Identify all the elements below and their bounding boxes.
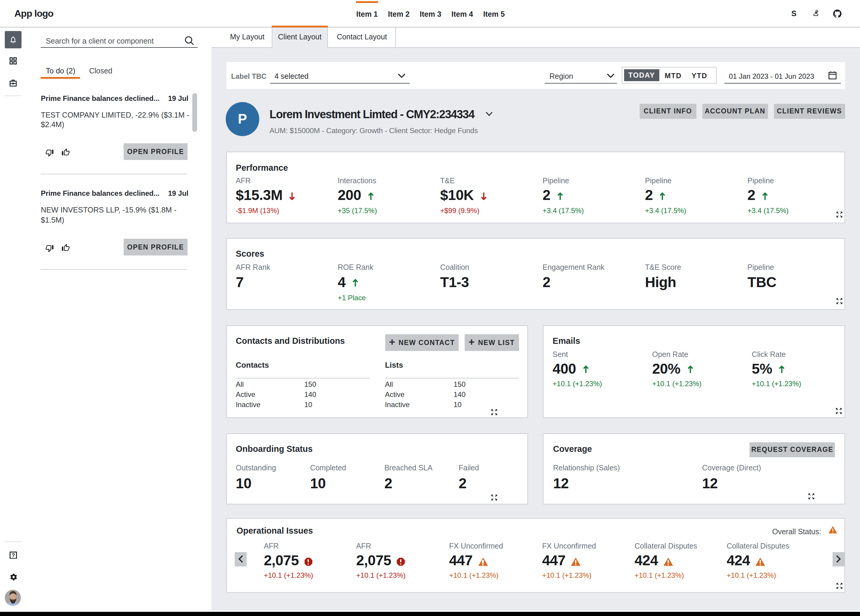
svg-text:?: ? — [12, 552, 15, 558]
